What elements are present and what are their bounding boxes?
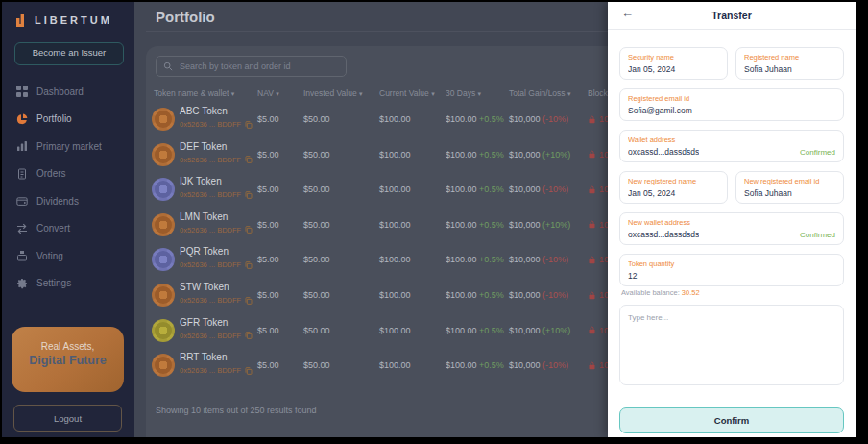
wallet-address-field[interactable]: Wallet address oxcassd...dassdsds Confir…	[619, 130, 844, 162]
invested-value: $50.00	[303, 360, 330, 370]
confirm-button[interactable]: Confirm	[619, 407, 844, 433]
nav-value: $5.00	[257, 185, 279, 194]
token-name: GFR Token	[180, 317, 253, 328]
wallet-address-short: 0x52636 ... BDDFF	[180, 366, 241, 375]
invested-value: $50.00	[303, 185, 330, 194]
wallet-address-short: 0x52636 ... BDDFF	[180, 156, 241, 164]
copy-icon[interactable]	[245, 261, 253, 269]
note-textarea[interactable]	[619, 305, 844, 385]
sidebar-item-label: Settings	[36, 278, 71, 288]
sidebar-item-portfolio[interactable]: Portfolio	[2, 106, 134, 134]
invested-value: $50.00	[303, 220, 330, 230]
token-name: ABC Token	[180, 106, 253, 116]
logout-button[interactable]: Logout	[13, 405, 122, 432]
thirty-days-value: $100.00 +0.5%	[446, 114, 504, 124]
brand-name: LIBERTUM	[35, 14, 112, 26]
lock-icon	[588, 291, 596, 300]
current-value: $100.00	[379, 290, 411, 300]
thirty-days-value: $100.00 +0.5%	[446, 220, 504, 230]
sidebar-item-label: Dashboard	[36, 86, 84, 97]
copy-icon[interactable]	[245, 297, 253, 305]
thirty-days-change: +0.5%	[479, 290, 504, 300]
lock-icon	[588, 115, 596, 124]
registered-email-field[interactable]: Registered email id Sofia@gamil.com	[619, 88, 844, 121]
nav-value: $5.00	[257, 114, 279, 124]
wallet-address-short: 0x52636 ... BDDFF	[180, 226, 241, 234]
new-wallet-address-value: oxcassd...dassdsds	[628, 230, 699, 239]
copy-icon[interactable]	[245, 121, 253, 129]
app-window: LIBERTUM Become an Issuer DashboardPortf…	[2, 2, 856, 437]
lock-icon	[588, 326, 596, 334]
token-coin-icon	[152, 248, 175, 271]
transfer-panel: ← Transfer Security name Jan 05, 2024 Re…	[608, 2, 856, 437]
token-name: DEF Token	[180, 141, 253, 152]
token-quantity-field[interactable]: Token quantity 12	[619, 254, 844, 286]
voting-icon	[16, 250, 28, 261]
portfolio-icon	[16, 113, 28, 125]
current-value: $100.00	[379, 326, 411, 335]
primary-market-icon	[16, 140, 28, 152]
wallet-address-short: 0x52636 ... BDDFF	[180, 120, 241, 129]
copy-icon[interactable]	[245, 226, 253, 234]
available-balance-value: 30.52	[682, 288, 700, 297]
total-gain-loss-value: $10,000 (-10%)	[509, 114, 568, 124]
sidebar-item-settings[interactable]: Settings	[2, 270, 134, 298]
transfer-panel-header: ← Transfer	[608, 2, 856, 30]
sidebar-item-voting[interactable]: Voting	[2, 242, 134, 270]
total-gain-loss-value: $10,000 (+10%)	[509, 150, 570, 160]
copy-icon[interactable]	[245, 156, 253, 163]
invested-value: $50.00	[303, 326, 330, 335]
thirty-days-value: $100.00 +0.5%	[446, 326, 504, 335]
sidebar-item-primary-market[interactable]: Primary market	[2, 133, 134, 160]
dashboard-icon	[16, 86, 28, 97]
available-balance: Available balance: 30.52	[621, 288, 844, 297]
promo-line2: Digital Future	[12, 354, 124, 367]
back-arrow-icon[interactable]: ←	[621, 6, 634, 20]
invested-value: $50.00	[303, 114, 330, 124]
sidebar-item-dividends[interactable]: Dividends	[2, 187, 134, 215]
security-name-label: Security name	[628, 53, 719, 62]
blocked-value: 10	[588, 290, 609, 300]
token-name: PQR Token	[180, 246, 253, 257]
copy-icon[interactable]	[245, 191, 253, 199]
new-registered-name-field[interactable]: New registered name Jan 05, 2024	[619, 171, 728, 204]
new-wallet-address-field[interactable]: New wallet address oxcassd...dassdsds Co…	[619, 212, 844, 245]
registered-name-value: Sofia Juhaan	[744, 64, 835, 74]
thirty-days-value: $100.00 +0.5%	[446, 185, 504, 194]
thirty-days-value: $100.00 +0.5%	[446, 255, 504, 264]
copy-icon[interactable]	[245, 332, 253, 339]
thirty-days-change: +0.5%	[479, 360, 504, 370]
blocked-value: 10	[588, 360, 609, 370]
current-value: $100.00	[379, 185, 411, 194]
convert-icon	[16, 223, 28, 234]
total-gain-loss-value: $10,000 (+10%)	[509, 326, 570, 335]
sidebar-item-orders[interactable]: Orders	[2, 160, 134, 188]
new-registered-email-label: New registered email id	[744, 177, 835, 185]
copy-icon[interactable]	[245, 367, 253, 375]
gain-loss-change: (-10%)	[542, 360, 568, 370]
gain-loss-change: (-10%)	[542, 185, 568, 194]
wallet-address-label: Wallet address	[628, 136, 835, 144]
security-name-field[interactable]: Security name Jan 05, 2024	[619, 47, 728, 80]
token-coin-icon	[152, 284, 175, 307]
blocked-value: 10	[588, 326, 609, 335]
registered-email-label: Registered email id	[628, 94, 835, 103]
wallet-confirmed-badge: Confirmed	[800, 148, 835, 157]
new-registered-email-field[interactable]: New registered email id Sofia Juhaan	[735, 171, 844, 204]
thirty-days-value: $100.00 +0.5%	[446, 290, 504, 300]
available-balance-label: Available balance:	[621, 288, 680, 297]
invested-value: $50.00	[303, 255, 330, 264]
gain-loss-change: (-10%)	[542, 114, 568, 124]
new-wallet-confirmed-badge: Confirmed	[800, 231, 835, 239]
registered-name-field[interactable]: Registered name Sofia Juhaan	[735, 47, 844, 80]
blocked-value: 10	[588, 185, 609, 194]
token-coin-icon	[152, 178, 175, 201]
lock-icon	[588, 220, 596, 229]
nav-value: $5.00	[257, 255, 279, 264]
orders-icon	[16, 168, 28, 180]
wallet-address-short: 0x52636 ... BDDFF	[180, 260, 241, 269]
sidebar-item-convert[interactable]: Convert	[2, 215, 134, 243]
sidebar-item-dashboard[interactable]: Dashboard	[2, 78, 134, 106]
become-issuer-button[interactable]: Become an Issuer	[14, 42, 124, 65]
lock-icon	[588, 361, 596, 370]
